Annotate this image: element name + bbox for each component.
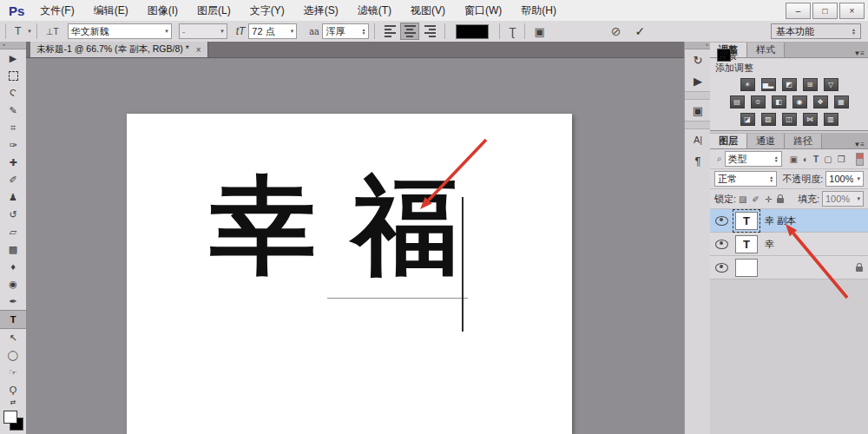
history-brush-tool[interactable]: ↺	[0, 206, 26, 223]
character-panel-icon[interactable]: A|	[685, 129, 711, 150]
minimize-button[interactable]: –	[786, 3, 811, 19]
lock-paint-icon[interactable]: ✐	[753, 194, 760, 204]
filter-shape-layers-icon[interactable]: ▢	[824, 155, 832, 164]
black-white-icon[interactable]: ◧	[772, 95, 786, 108]
selective-color-icon[interactable]: ▥	[824, 113, 838, 126]
layer-row-xing[interactable]: T 幸	[710, 233, 868, 256]
layer-name[interactable]: 幸	[765, 238, 774, 251]
layer-row-xing-copy[interactable]: T 幸 副本	[710, 209, 868, 233]
filter-smart-objects-icon[interactable]: ❐	[838, 155, 845, 164]
font-size-select[interactable]: 72 点 ▾	[248, 23, 297, 39]
gradient-map-icon[interactable]: ⋈	[803, 113, 818, 126]
paragraph-panel-icon[interactable]: ¶	[685, 150, 711, 171]
pen-tool[interactable]: ✒	[0, 293, 26, 310]
filter-pixel-layers-icon[interactable]: ▣	[790, 155, 798, 164]
crop-tool[interactable]: ⌗	[0, 119, 26, 136]
workspace-switcher[interactable]: 基本功能 ▲▼	[771, 23, 861, 39]
hue-saturation-icon[interactable]: ▤	[730, 95, 745, 108]
path-selection-tool[interactable]: ↖	[0, 329, 26, 346]
panel-menu-icon[interactable]: ▼≡	[853, 49, 865, 57]
visibility-eye-icon[interactable]	[715, 263, 728, 273]
tab-styles[interactable]: 样式	[747, 43, 785, 57]
menu-layer[interactable]: 图层(L)	[197, 3, 231, 18]
lock-position-icon[interactable]: ✛	[765, 194, 772, 204]
foreground-color-swatch[interactable]	[3, 411, 17, 424]
menu-window[interactable]: 窗口(W)	[464, 3, 502, 18]
lasso-tool[interactable]: Ϛ	[0, 84, 26, 102]
photo-filter-icon[interactable]: ◉	[792, 95, 807, 108]
layer-name[interactable]: 背景	[717, 49, 731, 62]
commit-edits-icon[interactable]: ✓	[635, 24, 645, 38]
levels-icon[interactable]: ▅▂	[761, 78, 776, 91]
eraser-tool[interactable]: ▱	[0, 223, 26, 240]
panel-menu-icon[interactable]: ▼≡	[853, 141, 865, 148]
actions-panel-icon[interactable]: ▶	[685, 70, 711, 91]
tab-paths[interactable]: 路径	[785, 134, 822, 148]
menu-type[interactable]: 文字(Y)	[250, 3, 285, 18]
marquee-tool[interactable]	[0, 67, 26, 84]
close-button[interactable]: ×	[839, 3, 865, 19]
layer-row-background[interactable]: 背景	[710, 256, 868, 279]
lock-transparent-icon[interactable]: ▨	[739, 194, 746, 204]
menu-image[interactable]: 图像(I)	[148, 3, 178, 18]
maximize-button[interactable]: □	[812, 3, 838, 19]
filter-adjustment-layers-icon[interactable]: ◐	[803, 155, 808, 164]
canvas[interactable]: 幸福	[127, 114, 572, 434]
info-panel-icon[interactable]: ▣	[685, 100, 711, 121]
move-tool[interactable]: ▶	[0, 49, 26, 67]
document-tab[interactable]: 未标题-1 @ 66.7% (幸 副本, RGB/8) * ×	[30, 42, 208, 57]
hand-tool[interactable]: ☞	[0, 364, 26, 381]
font-style-select[interactable]: - ▾	[179, 23, 227, 39]
threshold-icon[interactable]: ◫	[782, 113, 797, 126]
blur-tool[interactable]: ♦	[0, 258, 26, 275]
menu-select[interactable]: 选择(S)	[304, 3, 339, 18]
eyedropper-tool[interactable]: ✑	[0, 136, 26, 154]
menu-file[interactable]: 文件(F)	[40, 3, 74, 18]
opacity-select[interactable]: 100% ▾	[825, 171, 864, 187]
invert-icon[interactable]: ◪	[740, 113, 755, 126]
tools-collapse-button[interactable]: »	[0, 42, 26, 49]
clone-stamp-tool[interactable]: ♟	[0, 188, 26, 206]
align-right-button[interactable]	[421, 23, 438, 39]
swap-colors-button[interactable]: ⇄	[0, 398, 26, 409]
filter-kind-select[interactable]: 类型 ▲▼	[725, 151, 782, 167]
type-layer-thumbnail[interactable]: T	[735, 235, 758, 253]
cancel-edits-icon[interactable]: ⊘	[611, 24, 621, 38]
lock-all-icon[interactable]	[777, 198, 784, 203]
dodge-tool[interactable]: ◉	[0, 275, 26, 293]
anti-alias-select[interactable]: 浑厚 ▲▼	[322, 23, 369, 39]
visibility-eye-icon[interactable]	[715, 240, 728, 249]
brush-tool[interactable]: ✐	[0, 171, 26, 188]
fill-select[interactable]: 100% ▾	[822, 191, 864, 207]
canvas-type-layer-text[interactable]: 幸福	[210, 173, 495, 279]
zoom-tool[interactable]: Ϙ	[0, 381, 26, 398]
posterize-icon[interactable]: ▨	[761, 113, 776, 126]
type-tool[interactable]: T	[0, 310, 26, 329]
channel-mixer-icon[interactable]: ❖	[813, 95, 828, 108]
text-orientation-icon[interactable]: ⊥T	[46, 27, 59, 36]
dock-collapse-button[interactable]: »	[685, 42, 711, 49]
layer-name[interactable]: 幸 副本	[765, 214, 796, 227]
warp-text-icon[interactable]: Ʈ	[509, 25, 516, 38]
tab-close-icon[interactable]: ×	[196, 45, 201, 55]
align-center-button[interactable]	[400, 23, 419, 40]
align-left-button[interactable]	[381, 23, 398, 39]
spot-healing-brush-tool[interactable]: ✚	[0, 154, 26, 171]
menu-view[interactable]: 视图(V)	[411, 3, 445, 18]
curves-icon[interactable]: ◩	[782, 78, 797, 91]
color-balance-icon[interactable]: ≎	[751, 95, 766, 108]
filter-toggle-switch[interactable]	[856, 153, 864, 166]
menu-filter[interactable]: 滤镜(T)	[358, 3, 391, 18]
visibility-eye-icon[interactable]	[715, 216, 728, 226]
filter-type-layers-icon[interactable]: T	[813, 155, 819, 164]
tool-preset-icon[interactable]: T	[15, 25, 21, 37]
toggle-panels-icon[interactable]: ▣	[534, 25, 544, 38]
font-family-select[interactable]: 华文新魏 ▾	[68, 23, 172, 39]
type-layer-thumbnail[interactable]: T	[735, 212, 758, 230]
menu-edit[interactable]: 编辑(E)	[94, 3, 128, 18]
chevron-down-icon[interactable]: ▾	[28, 28, 31, 35]
ellipse-tool[interactable]: ◯	[0, 346, 26, 364]
tab-layers[interactable]: 图层	[710, 134, 747, 148]
history-panel-icon[interactable]: ↻	[685, 49, 711, 70]
vibrance-icon[interactable]: ▽	[824, 78, 838, 91]
